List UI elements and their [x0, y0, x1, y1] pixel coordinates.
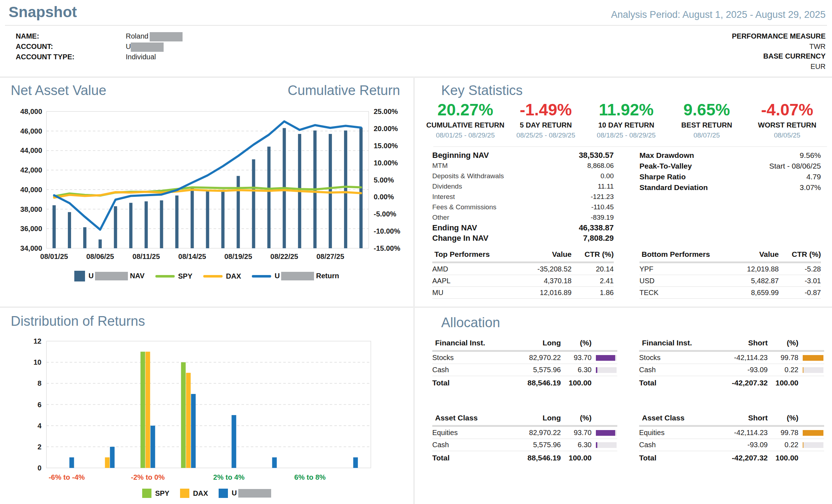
- risk-label: Standard Deviation: [639, 183, 708, 192]
- table-total-row: Total-42,207.32100.00: [639, 451, 824, 465]
- allocation-header: Financial Inst.Short(%): [639, 339, 824, 352]
- asset-label: Cash: [639, 441, 703, 449]
- svg-text:2: 2: [38, 443, 41, 451]
- legend-item: DAX: [203, 272, 241, 280]
- allocation-table-fin-short: Financial Inst.Short(%)Stocks-42,114.239…: [639, 339, 824, 390]
- detail-value: 7,808.29: [583, 234, 614, 243]
- svg-text:08/22/25: 08/22/25: [270, 253, 298, 260]
- svg-text:08/19/25: 08/19/25: [224, 253, 252, 260]
- nav-detail-row: Change In NAV7,808.29: [432, 233, 614, 243]
- pct-bar-track: [803, 442, 823, 448]
- panel-divider-top: [0, 76, 832, 78]
- svg-text:-15.00%: -15.00%: [374, 244, 400, 252]
- cumulative-return-title: Cumulative Return: [288, 83, 400, 98]
- ctr-cell: -0.87: [779, 289, 821, 297]
- summary-stats-row: 20.27%CUMULATIVE RETURN08/01/25 - 08/29/…: [425, 101, 827, 139]
- total-label: Total: [639, 454, 703, 462]
- svg-text:-6% to -4%: -6% to -4%: [49, 473, 85, 481]
- value-cell: -35,208.52: [520, 265, 572, 273]
- legend-label: DAX: [193, 489, 208, 498]
- nav-detail-row: Deposits & Withdrawals0.00: [432, 171, 614, 181]
- svg-text:15.00%: 15.00%: [374, 142, 398, 150]
- asset-pct: 93.70: [561, 429, 592, 437]
- redaction-box: [131, 43, 164, 52]
- asset-label: Equities: [639, 429, 703, 437]
- ctr-cell: 1.86: [572, 289, 614, 297]
- stat-value: -1.49%: [520, 100, 572, 119]
- table-row: Equities82,970.2293.70: [432, 427, 617, 439]
- legend-item: U NAV: [74, 271, 145, 281]
- col-direction: Long: [497, 339, 561, 347]
- risk-stat-row: Sharpe Ratio4.79: [639, 171, 821, 182]
- asset-pct: 0.22: [768, 441, 798, 449]
- symbol-cell: AMD: [432, 265, 520, 273]
- account-type-value: Individual: [126, 53, 156, 61]
- value-cell: 12,016.89: [520, 289, 572, 297]
- pct-bar-track: [803, 367, 823, 373]
- allocation-table-asset-long: Asset ClassLong(%)Equities82,970.2293.70…: [432, 414, 617, 465]
- summary-stat: 20.27%CUMULATIVE RETURN08/01/25 - 08/29/…: [425, 101, 505, 139]
- legend-label: U NAV: [89, 272, 145, 281]
- svg-text:10: 10: [34, 358, 41, 366]
- detail-label: Deposits & Withdrawals: [432, 172, 504, 180]
- svg-text:08/01/25: 08/01/25: [40, 253, 68, 260]
- risk-value: 9.56%: [799, 151, 821, 160]
- svg-text:5.00%: 5.00%: [374, 176, 394, 184]
- col-direction: Long: [497, 414, 561, 422]
- svg-text:10.00%: 10.00%: [374, 159, 398, 167]
- summary-stat: -4.07%WORST RETURN08/05/25: [747, 101, 827, 139]
- redaction-box: [95, 272, 128, 280]
- key-statistics-title: Key Statistics: [441, 83, 523, 98]
- asset-value: 82,970.22: [497, 429, 561, 437]
- svg-text:36,000: 36,000: [20, 225, 42, 233]
- name-label: NAME:: [16, 32, 39, 40]
- stat-value: 20.27%: [438, 100, 493, 119]
- pct-bar-fill: [803, 430, 823, 436]
- svg-text:6: 6: [38, 401, 41, 409]
- top-performers-table: Top PerformersValueCTR (%)AMD-35,208.522…: [432, 250, 614, 299]
- asset-label: Stocks: [432, 354, 497, 362]
- risk-stats-table: Max Drawdown9.56%Peak-To-ValleyStart - 0…: [639, 150, 821, 193]
- pct-bar-track: [596, 430, 617, 436]
- svg-text:0.00%: 0.00%: [374, 193, 394, 201]
- account-value: U: [126, 43, 164, 52]
- total-label: Total: [432, 454, 497, 462]
- legend-label: U: [231, 489, 271, 498]
- asset-value: 5,575.96: [497, 366, 561, 374]
- analysis-period: Analysis Period: August 1, 2025 - August…: [611, 9, 826, 20]
- col-ctr: CTR (%): [779, 250, 821, 259]
- asset-pct: 0.22: [768, 366, 798, 374]
- distribution-legend: SPYDAXU: [0, 489, 413, 498]
- ctr-cell: 20.14: [572, 265, 614, 273]
- risk-value: 4.79: [806, 173, 821, 181]
- bottom-performers-table: Bottom PerformersValueCTR (%)YPF12,019.8…: [639, 250, 821, 299]
- table-total-row: Total-42,207.32100.00: [639, 376, 824, 390]
- legend-swatch-u: [74, 271, 85, 281]
- asset-label: Cash: [639, 366, 703, 374]
- detail-label: Interest: [432, 193, 455, 201]
- total-value: -42,207.32: [703, 379, 768, 387]
- redaction-box: [281, 272, 314, 280]
- redaction-box: [238, 489, 271, 498]
- asset-pct: 99.78: [768, 354, 798, 362]
- detail-value: 11.11: [598, 183, 614, 190]
- col-direction: Short: [703, 414, 768, 422]
- detail-label: Fees & Commissions: [432, 203, 497, 211]
- value-cell: 12,019.88: [727, 265, 779, 273]
- allocation-header: Financial Inst.Long(%): [432, 339, 617, 352]
- nav-detail-row: Beginning NAV38,530.57: [432, 150, 614, 160]
- symbol-cell: MU: [432, 289, 520, 297]
- total-label: Total: [639, 379, 703, 387]
- risk-stat-row: Peak-To-ValleyStart - 08/06/25: [639, 161, 821, 171]
- name-value: Roland: [126, 32, 183, 41]
- pct-bar-track: [596, 367, 617, 373]
- legend-swatch-spy: [142, 489, 151, 498]
- svg-text:4: 4: [38, 422, 42, 430]
- summary-stat: 9.65%BEST RETURN08/07/25: [667, 101, 747, 139]
- stat-dates: 08/01/25 - 08/29/25: [425, 131, 505, 139]
- asset-value: 5,575.96: [497, 441, 561, 449]
- svg-text:40,000: 40,000: [20, 186, 42, 194]
- value-cell: 5,482.87: [727, 277, 779, 285]
- pct-bar-track: [596, 355, 617, 361]
- detail-value: 0.00: [601, 172, 614, 180]
